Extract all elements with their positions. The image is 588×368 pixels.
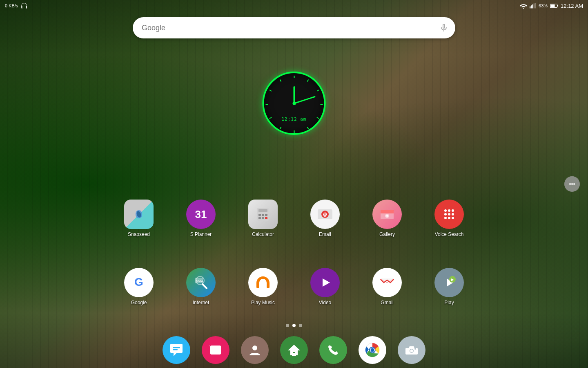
app-playmusic[interactable]: Play Music <box>245 268 281 305</box>
svg-rect-11 <box>258 214 261 216</box>
dock-messages[interactable] <box>163 336 190 364</box>
app-label-splanner: S Planner <box>190 231 212 237</box>
app-voicesearch[interactable]: Voice Search <box>431 200 468 237</box>
svg-rect-0 <box>530 7 530 9</box>
status-right: 63% 12:12 AM <box>520 3 583 9</box>
app-label-gallery: Gallery <box>379 231 395 237</box>
svg-point-55 <box>371 348 374 352</box>
headphones-icon <box>20 2 28 9</box>
dock-phone[interactable] <box>319 336 347 364</box>
battery-percent: 63% <box>539 3 548 8</box>
svg-point-58 <box>414 348 416 350</box>
svg-rect-39 <box>267 284 270 288</box>
svg-rect-38 <box>256 284 259 288</box>
app-label-snapseed: Snapseed <box>128 231 150 237</box>
floating-button[interactable] <box>564 176 580 192</box>
svg-rect-4 <box>535 3 536 9</box>
apps-row2: G Google www Internet Play Music <box>120 268 468 305</box>
svg-text:G: G <box>134 276 143 288</box>
dock-camera[interactable] <box>398 336 425 364</box>
app-label-internet: Internet <box>193 300 209 305</box>
svg-text:www: www <box>196 279 203 283</box>
status-time: 12:12 AM <box>561 3 583 9</box>
app-label-play: Play <box>444 300 454 305</box>
svg-point-27 <box>452 209 454 212</box>
status-left: 0 KB/s <box>5 2 28 9</box>
page-dot-3[interactable] <box>299 324 302 327</box>
microphone-icon[interactable] <box>439 23 449 33</box>
svg-point-31 <box>444 217 447 219</box>
wifi-icon <box>520 3 527 9</box>
network-speed: 0 KB/s <box>5 3 18 8</box>
svg-point-28 <box>444 213 447 215</box>
app-google[interactable]: G Google <box>120 268 157 305</box>
page-dot-2[interactable] <box>292 324 296 327</box>
app-splanner[interactable]: 31 S Planner <box>183 200 219 237</box>
signal-icon <box>530 3 536 9</box>
status-bar: 0 KB/s 63% 12:12 AM <box>0 0 588 11</box>
svg-point-32 <box>448 217 450 219</box>
app-gmail[interactable]: Gmail <box>369 268 405 305</box>
apps-row1: Snapseed 31 S Planner Calculator <box>120 200 468 237</box>
search-input[interactable] <box>142 24 439 32</box>
svg-rect-49 <box>210 346 221 349</box>
svg-point-29 <box>448 213 450 215</box>
svg-point-26 <box>448 209 450 212</box>
svg-rect-16 <box>265 217 267 219</box>
app-label-calculator: Calculator <box>252 231 274 237</box>
svg-point-24 <box>386 215 388 217</box>
app-label-gmail: Gmail <box>381 300 393 305</box>
app-label-email: Email <box>319 231 331 237</box>
svg-point-30 <box>452 213 454 215</box>
svg-text:▶: ▶ <box>451 277 454 282</box>
svg-marker-40 <box>323 278 330 287</box>
page-dots <box>286 324 302 327</box>
svg-rect-15 <box>262 217 264 219</box>
app-snapseed[interactable]: Snapseed <box>120 200 157 237</box>
dock-contacts[interactable] <box>241 336 269 364</box>
svg-point-59 <box>569 183 571 185</box>
app-video[interactable]: Video <box>307 268 343 305</box>
search-bar[interactable] <box>133 17 455 38</box>
dock-home[interactable] <box>280 336 308 364</box>
app-calculator[interactable]: Calculator <box>245 200 281 237</box>
dock-chrome[interactable] <box>359 336 386 364</box>
svg-rect-6 <box>557 5 558 7</box>
app-gallery[interactable]: Gallery <box>369 200 405 237</box>
dock <box>163 336 425 364</box>
svg-rect-2 <box>532 4 533 9</box>
app-label-voicesearch: Voice Search <box>435 231 464 237</box>
svg-point-33 <box>452 217 454 219</box>
svg-rect-3 <box>534 3 535 8</box>
battery-icon <box>550 3 558 8</box>
svg-point-61 <box>573 183 575 185</box>
clock-widget: 12:12 am <box>263 72 326 135</box>
app-label-playmusic: Play Music <box>251 300 275 305</box>
svg-rect-10 <box>258 209 267 212</box>
dock-galaxy[interactable] <box>202 336 229 364</box>
svg-rect-14 <box>258 217 261 219</box>
app-internet[interactable]: www Internet <box>183 268 219 305</box>
app-label-google: Google <box>131 300 147 305</box>
svg-rect-22 <box>381 210 394 213</box>
page-dot-1[interactable] <box>286 324 289 327</box>
svg-rect-47 <box>173 349 178 350</box>
app-email[interactable]: @ Email <box>307 200 343 237</box>
svg-rect-1 <box>531 5 532 8</box>
app-label-video: Video <box>319 300 331 305</box>
svg-rect-12 <box>262 214 264 216</box>
app-play[interactable]: ▶ Play <box>431 268 468 305</box>
clock-digital: 12:12 am <box>282 117 307 122</box>
svg-point-60 <box>571 183 573 185</box>
svg-rect-7 <box>550 4 555 7</box>
svg-rect-51 <box>292 353 296 356</box>
svg-point-25 <box>444 209 447 212</box>
svg-point-50 <box>252 346 257 350</box>
svg-text:@: @ <box>323 212 327 217</box>
svg-rect-46 <box>173 347 180 348</box>
svg-point-57 <box>410 350 413 352</box>
svg-rect-13 <box>265 214 267 216</box>
